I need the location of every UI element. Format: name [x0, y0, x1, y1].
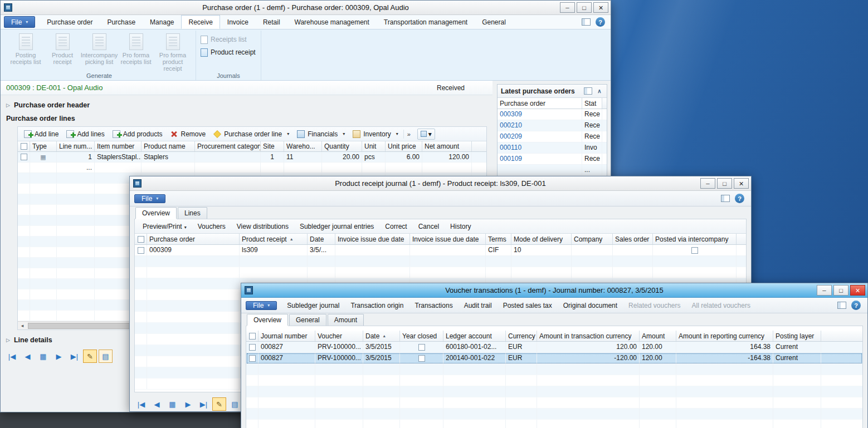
file-menu-button[interactable]: File ▾ [246, 301, 277, 310]
tab-warehouse-management[interactable]: Warehouse management [287, 15, 377, 29]
column-header-line-num[interactable]: Line num... [57, 141, 95, 151]
column-header-amount[interactable]: Amount [640, 331, 676, 341]
tab-overview[interactable]: Overview [247, 314, 288, 326]
cell-checkbox[interactable] [418, 344, 425, 351]
layout-icon[interactable] [582, 18, 591, 26]
table-row[interactable]: 000827PRV-100000...3/5/2015200140-001-02… [246, 353, 862, 364]
close-button[interactable] [593, 2, 608, 13]
table-row[interactable]: 000110Invo [498, 142, 607, 154]
column-header-product-name[interactable]: Product name [142, 141, 195, 151]
cell-checkbox[interactable] [691, 247, 698, 254]
menu-item-audit-trail[interactable]: Audit trail [459, 300, 498, 311]
menu-item-subledger-journal[interactable]: Subledger journal [281, 300, 345, 311]
tab-purchase[interactable]: Purchase [100, 15, 143, 29]
row-select-checkbox[interactable] [249, 355, 256, 362]
first-record-button[interactable]: |◀ [5, 350, 19, 363]
help-icon[interactable] [851, 301, 861, 310]
column-header-purchase-order[interactable]: Purchase order [498, 98, 582, 109]
menu-item-correct[interactable]: Correct [379, 221, 412, 232]
column-header-terms[interactable]: Terms [486, 234, 511, 244]
ribbon-button-posting-receipts-list[interactable]: Posting receipts list [7, 32, 44, 72]
section-purchase-order-header[interactable]: ▷ Purchase order header [1, 99, 492, 112]
column-header-invoice-issue-due-date[interactable]: Invoice issue due date [410, 234, 486, 244]
ribbon-button-product-receipt[interactable]: Product receipt [201, 47, 256, 57]
column-header-posting-layer[interactable]: Posting layer [773, 331, 821, 341]
section-purchase-order-lines[interactable]: Purchase order lines [1, 112, 492, 125]
menu-item-cancel[interactable]: Cancel [413, 221, 445, 232]
table-row[interactable]: ▦1StaplersStapl...Staplers11120.00pcs6.0… [18, 152, 486, 163]
last-record-button[interactable]: ▶| [67, 350, 81, 363]
po-titlebar[interactable]: Purchase order (1 - demf) - Purchase ord… [1, 1, 611, 15]
menu-item-add-lines[interactable]: Add lines [62, 129, 108, 139]
file-menu-button[interactable]: File ▾ [4, 16, 35, 28]
row-select-checkbox[interactable] [21, 154, 27, 160]
panel-grid-icon[interactable] [584, 87, 592, 95]
edit-record-button[interactable]: ✎ [212, 397, 226, 411]
toolbar-filter-button[interactable]: ▾ [417, 129, 435, 140]
select-all-checkbox[interactable] [249, 333, 256, 340]
menu-item-inventory[interactable]: Inventory▾ [349, 129, 402, 139]
row-select-checkbox[interactable] [138, 247, 144, 254]
column-header-type[interactable]: Type [30, 141, 57, 151]
column-header-journal-number[interactable]: Journal number [259, 331, 315, 341]
attachments-button[interactable]: ▤ [99, 350, 113, 363]
tab-receive[interactable]: Receive [181, 15, 220, 29]
tab-transportation-management[interactable]: Transportation management [377, 15, 475, 29]
first-record-button[interactable]: |◀ [134, 397, 148, 411]
table-row[interactable]: 000309ls3093/5/...CIF10 [135, 245, 746, 256]
table-row[interactable]: 000309Rece [498, 109, 607, 120]
edit-record-button[interactable]: ✎ [83, 350, 97, 363]
table-row[interactable]: 000210Rece [498, 120, 607, 131]
select-all-checkbox[interactable] [138, 236, 144, 243]
row-select-checkbox[interactable] [249, 344, 256, 351]
column-header-mode-of-delivery[interactable]: Mode of delivery [511, 234, 572, 244]
help-icon[interactable] [596, 17, 605, 27]
menu-item-history[interactable]: History [445, 221, 476, 232]
column-header-site[interactable]: Site [261, 141, 284, 151]
minimize-button[interactable] [700, 178, 715, 189]
scroll-left-icon[interactable]: ◂ [18, 323, 27, 328]
tab-general[interactable]: General [475, 15, 513, 29]
ribbon-button-receipts-list[interactable]: Receipts list [201, 35, 256, 45]
vt-titlebar[interactable]: Voucher transactions (1 - demf) - Journa… [241, 283, 867, 298]
table-row[interactable]: 000109Rece [498, 154, 607, 165]
column-header-date[interactable]: Date [308, 234, 335, 244]
grid-view-button[interactable]: ▦ [165, 397, 179, 411]
menu-item-transactions[interactable]: Transactions [409, 300, 458, 311]
minimize-button[interactable] [817, 285, 832, 296]
tab-retail[interactable]: Retail [256, 15, 287, 29]
grid-view-button[interactable]: ▦ [36, 350, 50, 363]
tab-invoice[interactable]: Invoice [220, 15, 256, 29]
table-row[interactable]: 000209Rece [498, 131, 607, 142]
column-header-item-number[interactable]: Item number [95, 141, 142, 151]
previous-record-button[interactable]: ◀ [21, 350, 35, 363]
menu-item-add-line[interactable]: Add line [20, 129, 62, 139]
previous-record-button[interactable]: ◀ [150, 397, 164, 411]
column-header-posted-via-intercompany[interactable]: Posted via intercompany [653, 234, 737, 244]
menu-item-view-distributions[interactable]: View distributions [231, 221, 294, 232]
column-header-product-receipt[interactable]: Product receipt▲ [240, 234, 308, 244]
close-button[interactable] [734, 178, 749, 189]
menu-item-preview-print[interactable]: Preview/Print▾ [137, 221, 192, 232]
column-header-amount-in-transaction-currency[interactable]: Amount in transaction currency [537, 331, 640, 341]
tab-manage[interactable]: Manage [143, 15, 181, 29]
layout-icon[interactable] [721, 195, 730, 202]
maximize-button[interactable] [717, 178, 732, 189]
ribbon-button-pro-forma-product-receipt[interactable]: Pro forma product receipt [154, 32, 191, 72]
tab-general[interactable]: General [289, 314, 326, 326]
ribbon-button-product-receipt[interactable]: Product receipt [44, 32, 81, 72]
panel-collapse-icon[interactable] [596, 88, 603, 94]
menu-item-purchase-order-line[interactable]: Purchase order line▾ [209, 129, 293, 139]
column-header-ledger-account[interactable]: Ledger account [443, 331, 506, 341]
tab-purchase-order[interactable]: Purchase order [40, 15, 100, 29]
layout-icon[interactable] [837, 302, 846, 309]
attachments-button[interactable]: ▤ [228, 397, 242, 411]
column-header-year-closed[interactable]: Year closed [400, 331, 443, 341]
next-record-button[interactable]: ▶ [52, 350, 66, 363]
column-header-amount-in-reporting-currency[interactable]: Amount in reporting currency [676, 331, 773, 341]
column-header-invoice-issue-due-date[interactable]: Invoice issue due date [335, 234, 410, 244]
menu-item-remove[interactable]: Remove [166, 129, 209, 139]
select-all-checkbox[interactable] [21, 143, 27, 150]
column-header-company[interactable]: Company [572, 234, 613, 244]
column-header-currency[interactable]: Currency [506, 331, 537, 341]
